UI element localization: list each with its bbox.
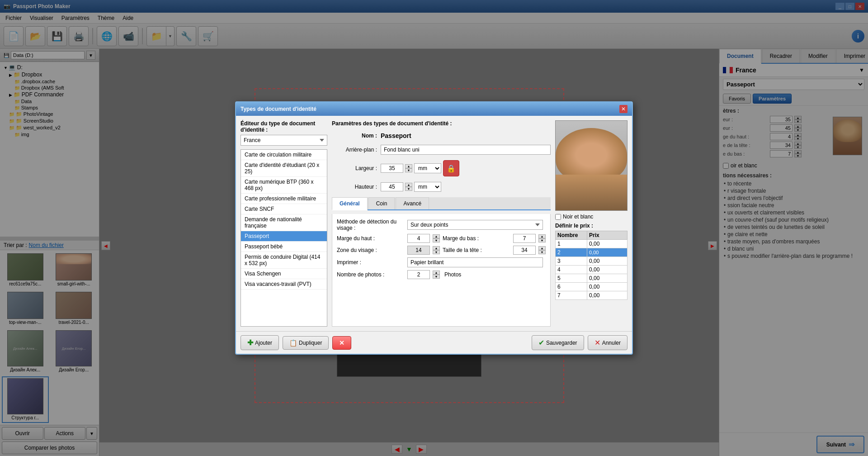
price-cell-prix[interactable] — [587, 248, 627, 257]
doc-list-item[interactable]: Visa Schengen — [241, 269, 327, 279]
height-row: Hauteur : ▲ ▼ mm — [332, 182, 551, 192]
zv-up[interactable]: ▲ — [433, 246, 440, 250]
height-spinner: ▲ ▼ — [405, 183, 412, 191]
modal-title: Types de document d'identité — [241, 106, 316, 112]
height-label: Hauteur : — [332, 184, 377, 190]
save-label: Sauvegarder — [546, 340, 577, 346]
width-spin-up[interactable]: ▲ — [405, 164, 412, 168]
price-cell-prix[interactable]: 0,00 — [587, 240, 627, 248]
width-spin-down[interactable]: ▼ — [405, 168, 412, 172]
modal-noir-blanc-cb[interactable] — [555, 214, 561, 220]
mb-up[interactable]: ▲ — [538, 234, 546, 238]
modal-title-bar: Types de document d'identité ✕ — [236, 102, 632, 116]
price-row[interactable]: 70,00 — [556, 291, 627, 300]
modal-price-preview-col: Noir et blanc Définir le prix : Nombre P… — [555, 120, 627, 327]
mh-up[interactable]: ▲ — [433, 234, 440, 238]
price-cell-nb: 3 — [556, 257, 587, 266]
doc-list-item[interactable]: Permis de conduire Digital (414 x 532 px… — [241, 252, 327, 269]
height-input[interactable] — [381, 182, 403, 191]
zv-down[interactable]: ▼ — [433, 250, 440, 254]
doc-list-item[interactable]: Carte d'identité d'étudiant (20 x 25) — [241, 160, 327, 177]
tt-up[interactable]: ▲ — [538, 246, 546, 250]
nb-up[interactable]: ▲ — [433, 271, 440, 275]
price-row[interactable]: 60,00 — [556, 283, 627, 291]
nb-spinner: ▲ ▼ — [433, 271, 440, 279]
tt-down[interactable]: ▼ — [538, 250, 546, 254]
inner-tab-general[interactable]: Général — [332, 197, 368, 210]
nb-photos-input[interactable] — [407, 270, 430, 279]
taille-spinner: ▲ ▼ — [538, 246, 546, 254]
dup-label: Dupliquer — [299, 340, 322, 346]
width-unit[interactable]: mm — [414, 163, 441, 173]
modal-params-header: Paramètres des types de document d'ident… — [332, 120, 551, 127]
price-title: Définir le prix : — [555, 223, 627, 229]
taille-tete-input[interactable] — [513, 246, 536, 255]
bg-row: Arrière-plan : — [332, 145, 551, 155]
price-row[interactable]: 2 — [556, 248, 627, 257]
price-cell-prix[interactable]: 0,00 — [587, 291, 627, 300]
doc-list-item[interactable]: Passeport — [241, 231, 327, 242]
width-input[interactable] — [381, 164, 403, 173]
doc-list-item[interactable]: Demande de nationalité française — [241, 214, 327, 231]
photo-lock-btn[interactable]: 🔒 — [443, 160, 459, 176]
price-cell-prix[interactable]: 0,00 — [587, 266, 627, 274]
price-cell-nb: 6 — [556, 283, 587, 291]
modal-footer: ✚ Ajouter 📋 Dupliquer ✕ ✔ Sauvegarder ✕ … — [236, 331, 632, 354]
modal-close-btn[interactable]: ✕ — [619, 105, 627, 113]
zone-visage-label: Zone du visage : — [337, 247, 405, 253]
imprimer-label: Imprimer : — [337, 259, 405, 266]
editor-label: Éditeur du type de document d'identité : — [241, 120, 327, 133]
price-row[interactable]: 10,00 — [556, 240, 627, 248]
doc-list-item[interactable]: Visa vacances-travail (PVT) — [241, 279, 327, 290]
marge-haut-label: Marge du haut : — [337, 235, 405, 242]
marge-haut-input[interactable] — [407, 234, 430, 243]
price-cell-prix[interactable]: 0,00 — [587, 274, 627, 283]
price-cell-nb: 1 — [556, 240, 587, 248]
doc-list-item[interactable]: Carte professionnelle militaire — [241, 194, 327, 204]
marge-haut-spinner: ▲ ▼ — [433, 234, 440, 242]
inner-tab-avance[interactable]: Avancé — [396, 197, 429, 209]
price-section: Définir le prix : Nombre Prix 10,00230,0… — [555, 223, 627, 300]
face-detect-row: Méthode de détection du visage : Sur deu… — [337, 218, 546, 231]
bg-input[interactable] — [381, 145, 551, 155]
add-btn[interactable]: ✚ Ajouter — [241, 335, 279, 350]
mb-down[interactable]: ▼ — [538, 238, 546, 242]
face-detect-select[interactable]: Sur deux points — [407, 220, 543, 230]
cancel-icon: ✕ — [594, 338, 600, 347]
modal-face-preview — [556, 128, 627, 182]
price-row[interactable]: 40,00 — [556, 266, 627, 274]
mh-down[interactable]: ▼ — [433, 238, 440, 242]
imprimer-select[interactable]: Papier brillant — [407, 257, 543, 267]
cancel-btn[interactable]: ✕ Annuler — [588, 335, 627, 350]
price-row[interactable]: 50,00 — [556, 274, 627, 283]
editor-country-select[interactable]: France — [241, 135, 327, 146]
inner-tab-coin[interactable]: Coin — [368, 197, 395, 209]
zone-row: Zone du visage : ▲ ▼ Taille de la tête :… — [337, 246, 546, 255]
doc-list-item[interactable]: Carte de circulation militaire — [241, 150, 327, 160]
doc-list-item[interactable]: Carte numérique BTP (360 x 468 px) — [241, 177, 327, 194]
nb-down[interactable]: ▼ — [433, 275, 440, 279]
modal-body-preview — [556, 175, 627, 210]
width-input-row: ▲ ▼ mm 🔒 — [381, 160, 459, 176]
price-cell-prix[interactable]: 0,00 — [587, 283, 627, 291]
face-detect-label: Méthode de détection du visage : — [337, 218, 405, 231]
doc-list-item[interactable]: Passeport bébé — [241, 242, 327, 252]
save-btn[interactable]: ✔ Sauvegarder — [532, 335, 584, 350]
height-unit[interactable]: mm — [414, 182, 441, 192]
price-row[interactable]: 30,00 — [556, 257, 627, 266]
nb-unit: Photos — [444, 271, 461, 278]
name-value: Passeport — [381, 132, 411, 139]
delete-btn[interactable]: ✕ — [332, 336, 351, 350]
add-icon: ✚ — [247, 338, 253, 347]
height-spin-down[interactable]: ▼ — [405, 187, 412, 191]
height-spin-up[interactable]: ▲ — [405, 183, 412, 187]
price-cell-prix[interactable]: 0,00 — [587, 257, 627, 266]
zone-visage-input[interactable] — [407, 246, 430, 255]
price-cell-nb: 4 — [556, 266, 587, 274]
doc-list: Carte de circulation militaireCarte d'id… — [241, 149, 327, 327]
editor-section: Éditeur du type de document d'identité :… — [241, 120, 327, 146]
doc-list-item[interactable]: Carte SNCF — [241, 204, 327, 214]
marge-bas-input[interactable] — [513, 234, 536, 243]
modal-overlay[interactable]: Types de document d'identité ✕ Éditeur d… — [0, 0, 868, 456]
duplicate-btn[interactable]: 📋 Dupliquer — [283, 336, 329, 350]
